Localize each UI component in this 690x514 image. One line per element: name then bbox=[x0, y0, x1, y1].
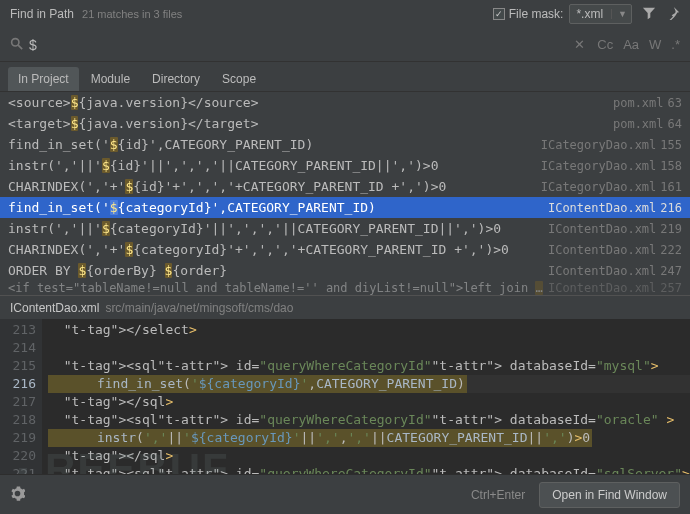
result-match: instr(','||'${id}'||',',','||CATEGORY_PA… bbox=[8, 158, 541, 173]
result-file-info: ICategoryDao.xml161 bbox=[541, 180, 682, 194]
tab-in-project[interactable]: In Project bbox=[8, 67, 79, 91]
tab-module[interactable]: Module bbox=[81, 67, 140, 91]
breadcrumb: IContentDao.xml src/main/java/net/mingso… bbox=[0, 295, 690, 319]
code-area[interactable]: "t-tag"></select> "t-tag"><sql"t-attr"> … bbox=[42, 319, 690, 479]
gutter-line: 220 bbox=[0, 447, 36, 465]
result-row[interactable]: <source>${java.version}</source>pom.xml6… bbox=[0, 92, 690, 113]
file-mask-value: *.xml bbox=[576, 7, 603, 21]
gutter-line: 213 bbox=[0, 321, 36, 339]
editor-preview: 213214215216217218219220221 "t-tag"></se… bbox=[0, 319, 690, 479]
footer: Ctrl+Enter Open in Find Window bbox=[0, 474, 690, 514]
gutter-line: 217 bbox=[0, 393, 36, 411]
open-in-find-window-button[interactable]: Open in Find Window bbox=[539, 482, 680, 508]
code-line: instr(','||'${categoryId}'||',',','||CAT… bbox=[48, 429, 690, 447]
gutter-line: 214 bbox=[0, 339, 36, 357]
result-file-info: IContentDao.xml216 bbox=[548, 201, 682, 215]
result-file-info: pom.xml64 bbox=[613, 117, 682, 131]
search-options: Cc Aa W .* bbox=[597, 37, 680, 52]
words-toggle[interactable]: W bbox=[649, 37, 661, 52]
gutter-line: 218 bbox=[0, 411, 36, 429]
search-input[interactable] bbox=[29, 37, 574, 53]
result-match: <source>${java.version}</source> bbox=[8, 95, 613, 110]
code-line: "t-tag"></select> bbox=[48, 321, 690, 339]
result-file-info: ICategoryDao.xml158 bbox=[541, 159, 682, 173]
gutter-line: 219 bbox=[0, 429, 36, 447]
result-row[interactable]: find_in_set('${categoryId}',CATEGORY_PAR… bbox=[0, 197, 690, 218]
tab-directory[interactable]: Directory bbox=[142, 67, 210, 91]
result-match: instr(','||'${categoryId}'||',',','||CAT… bbox=[8, 221, 548, 236]
svg-point-0 bbox=[12, 38, 19, 45]
result-match: find_in_set('${categoryId}',CATEGORY_PAR… bbox=[8, 200, 548, 215]
filter-icon[interactable] bbox=[642, 6, 656, 23]
match-case-toggle[interactable]: Cc bbox=[597, 37, 613, 52]
code-line: "t-tag"></sql> bbox=[48, 393, 690, 411]
title-bar: Find in Path 21 matches in 3 files ✓ Fil… bbox=[0, 0, 690, 28]
result-file-info: IContentDao.xml219 bbox=[548, 222, 682, 236]
result-file-info: ICategoryDao.xml155 bbox=[541, 138, 682, 152]
result-file-info: IContentDao.xml247 bbox=[548, 264, 682, 278]
breadcrumb-file: IContentDao.xml bbox=[10, 301, 99, 315]
file-mask-label: File mask: bbox=[509, 7, 564, 21]
gutter-line: 216 bbox=[0, 375, 36, 393]
code-line: find_in_set('${categoryId}',CATEGORY_PAR… bbox=[48, 375, 690, 393]
result-row[interactable]: CHARINDEX(','+'${id}'+',',','+CATEGORY_P… bbox=[0, 176, 690, 197]
code-line bbox=[48, 339, 690, 357]
gutter: 213214215216217218219220221 bbox=[0, 319, 42, 479]
regex-toggle[interactable]: .* bbox=[671, 37, 680, 52]
dialog-title: Find in Path bbox=[10, 7, 74, 21]
file-mask-checkbox[interactable]: ✓ File mask: bbox=[493, 7, 564, 21]
code-line: "t-tag"><sql"t-attr"> id="queryWhereCate… bbox=[48, 357, 690, 375]
result-match: ORDER BY ${orderBy} ${order} bbox=[8, 263, 548, 278]
result-row[interactable]: instr(','||'${categoryId}'||',',','||CAT… bbox=[0, 218, 690, 239]
match-case-aa-toggle[interactable]: Aa bbox=[623, 37, 639, 52]
search-icon bbox=[10, 37, 23, 53]
file-mask-select[interactable]: *.xml ▼ bbox=[569, 4, 632, 24]
result-match: CHARINDEX(','+'${categoryId}'+',',','+CA… bbox=[8, 242, 548, 257]
breadcrumb-path: src/main/java/net/mingsoft/cms/dao bbox=[105, 301, 293, 315]
gutter-line: 215 bbox=[0, 357, 36, 375]
result-match: CHARINDEX(','+'${id}'+',',','+CATEGORY_P… bbox=[8, 179, 541, 194]
results-list: <source>${java.version}</source>pom.xml6… bbox=[0, 92, 690, 295]
result-row[interactable]: CHARINDEX(','+'${categoryId}'+',',','+CA… bbox=[0, 239, 690, 260]
chevron-down-icon: ▼ bbox=[611, 9, 627, 19]
search-row: ✕ Cc Aa W .* bbox=[0, 28, 690, 62]
result-row-truncated[interactable]: <if test="tableName!=null and tableName!… bbox=[0, 281, 690, 295]
result-match: <target>${java.version}</target> bbox=[8, 116, 613, 131]
clear-search-icon[interactable]: ✕ bbox=[574, 37, 585, 52]
match-count: 21 matches in 3 files bbox=[82, 8, 182, 20]
svg-line-1 bbox=[18, 45, 22, 49]
result-row[interactable]: find_in_set('${id}',CATEGORY_PARENT_ID)I… bbox=[0, 134, 690, 155]
result-file-info: IContentDao.xml222 bbox=[548, 243, 682, 257]
result-match: find_in_set('${id}',CATEGORY_PARENT_ID) bbox=[8, 137, 541, 152]
code-line: "t-tag"><sql"t-attr"> id="queryWhereCate… bbox=[48, 411, 690, 429]
result-row[interactable]: instr(','||'${id}'||',',','||CATEGORY_PA… bbox=[0, 155, 690, 176]
result-file-info: pom.xml63 bbox=[613, 96, 682, 110]
result-row[interactable]: <target>${java.version}</target>pom.xml6… bbox=[0, 113, 690, 134]
tab-scope[interactable]: Scope bbox=[212, 67, 266, 91]
gear-icon[interactable] bbox=[10, 486, 25, 504]
shortcut-hint: Ctrl+Enter bbox=[471, 488, 525, 502]
checkbox-icon: ✓ bbox=[493, 8, 505, 20]
scope-tabs: In ProjectModuleDirectoryScope bbox=[0, 62, 690, 92]
result-row[interactable]: ORDER BY ${orderBy} ${order}IContentDao.… bbox=[0, 260, 690, 281]
code-line: "t-tag"></sql> bbox=[48, 447, 690, 465]
pin-icon[interactable] bbox=[666, 6, 680, 23]
